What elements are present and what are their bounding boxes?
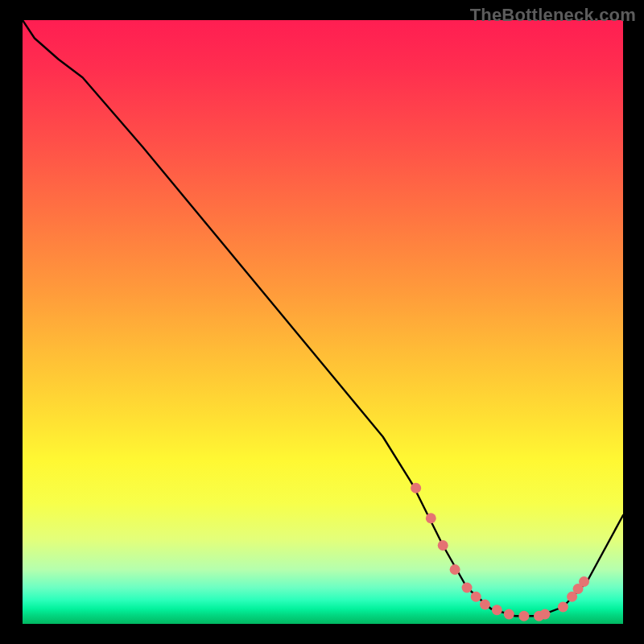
chart-marker — [480, 600, 490, 610]
chart-overlay-svg — [23, 20, 623, 624]
chart-marker — [518, 611, 529, 621]
chart-marker — [450, 564, 460, 575]
chart-curve — [23, 20, 623, 616]
chart-marker — [558, 602, 568, 613]
chart-marker — [579, 576, 589, 587]
chart-marker — [438, 540, 448, 551]
chart-marker — [462, 583, 473, 593]
chart-marker — [504, 609, 514, 620]
chart-marker-group — [411, 483, 589, 621]
chart-marker — [411, 483, 421, 493]
chart-marker — [471, 592, 481, 602]
chart-marker — [540, 609, 551, 620]
chart-marker — [492, 605, 502, 615]
chart-plot-area — [23, 20, 623, 624]
chart-marker — [426, 513, 436, 523]
watermark-text: TheBottleneck.com — [470, 5, 636, 26]
